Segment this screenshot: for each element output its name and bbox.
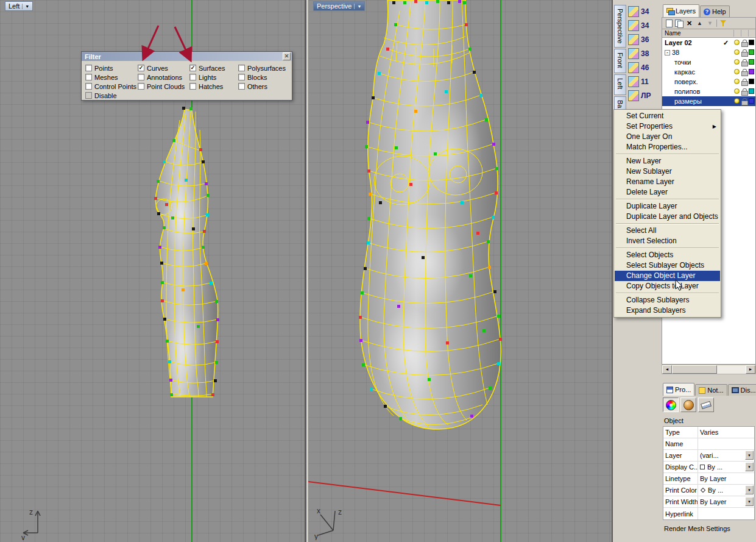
menu-item-copy-objects-to-layer[interactable]: Copy Objects to Layer — [615, 281, 720, 291]
viewport-tab-perspective[interactable]: Perspective — [614, 5, 626, 48]
layer-color-chip[interactable] — [749, 79, 754, 84]
menu-item-change-object-layer[interactable]: Change Object Layer — [615, 271, 720, 281]
print-color-select[interactable]: By ... ▼ — [698, 485, 754, 496]
layer-select[interactable]: (vari... ▼ — [698, 450, 754, 461]
lock-icon[interactable] — [741, 40, 747, 46]
print-width-select[interactable]: By Layer ▼ — [698, 496, 754, 507]
viewport-tab-left[interactable]: Left — [614, 74, 626, 95]
side-toolbar-button-4[interactable]: 38 — [628, 47, 660, 60]
menu-item-invert-selection[interactable]: Invert Selection — [615, 236, 720, 246]
hyperlink-field[interactable] — [698, 508, 754, 519]
close-icon[interactable]: ✕ — [283, 52, 291, 60]
linetype-select[interactable]: By Layer — [698, 473, 754, 484]
scroll-left-icon[interactable]: ◄ — [662, 365, 672, 374]
menu-item-new-sublayer[interactable]: New Sublayer — [615, 166, 720, 177]
new-sublayer-icon[interactable] — [674, 19, 684, 27]
layer-color-chip[interactable] — [749, 40, 754, 45]
lock-icon[interactable] — [741, 98, 747, 105]
dropdown-arrow-icon[interactable]: ▼ — [745, 497, 754, 506]
delete-layer-icon[interactable]: ✕ — [685, 19, 694, 27]
lock-icon[interactable] — [741, 79, 747, 85]
filter-checkbox-others[interactable]: Others — [238, 82, 288, 91]
filter-checkbox-blocks[interactable]: Blocks — [238, 73, 288, 82]
lock-icon[interactable] — [741, 49, 747, 56]
torso-model-left-view[interactable] — [148, 105, 239, 405]
menu-item-new-layer[interactable]: New Layer — [615, 156, 720, 166]
tab-display[interactable]: Dis... — [728, 384, 756, 396]
object-properties-button[interactable] — [663, 398, 679, 412]
menu-item-match-properties[interactable]: Match Properties... — [615, 142, 720, 152]
visibility-bulb-icon[interactable] — [734, 59, 740, 65]
side-toolbar-button-1[interactable]: 34 — [628, 5, 660, 18]
filter-checkbox-annotations[interactable]: Annotations — [138, 73, 189, 82]
collapse-expander-icon[interactable]: - — [665, 50, 670, 55]
layer-row-razmery-selected[interactable]: размеры — [662, 96, 755, 106]
side-toolbar-button-5[interactable]: 46 — [628, 61, 660, 74]
scrollbar-thumb[interactable] — [672, 365, 717, 374]
layer-row-karkas[interactable]: каркас — [662, 67, 755, 77]
side-toolbar-button-3[interactable]: 36 — [628, 33, 660, 46]
layer-color-chip[interactable] — [749, 69, 754, 74]
torso-model-perspective[interactable] — [336, 0, 537, 436]
viewport-perspective-title-tab[interactable]: Perspective ▼ — [313, 1, 365, 11]
viewport-menu-arrow-icon[interactable]: ▼ — [22, 4, 29, 9]
tab-properties[interactable]: Pro... — [663, 383, 694, 396]
tab-notes[interactable]: Not... — [695, 384, 727, 396]
layer-row-38[interactable]: - 38 — [662, 48, 755, 57]
visibility-bulb-icon[interactable] — [734, 49, 740, 55]
filter-checkbox-disable[interactable]: Disable — [85, 91, 288, 100]
texture-mapping-button[interactable] — [698, 398, 714, 412]
material-button[interactable] — [680, 398, 696, 412]
new-layer-icon[interactable] — [664, 19, 673, 27]
name-field[interactable] — [698, 438, 754, 449]
filter-checkbox-lights[interactable]: Lights — [189, 73, 238, 82]
menu-item-select-objects[interactable]: Select Objects — [615, 250, 720, 260]
filter-checkbox-point-clouds[interactable]: Point Clouds — [138, 82, 189, 91]
visibility-bulb-icon[interactable] — [734, 98, 740, 104]
layers-horizontal-scrollbar[interactable]: ◄ ► — [662, 365, 756, 374]
layer-color-chip[interactable] — [749, 98, 754, 104]
menu-item-duplicate-layer-and-objects[interactable]: Duplicate Layer and Objects — [615, 212, 720, 222]
dropdown-arrow-icon[interactable]: ▼ — [745, 485, 754, 494]
dropdown-arrow-icon[interactable]: ▼ — [745, 451, 754, 460]
side-toolbar-button-2[interactable]: 34 — [628, 19, 660, 32]
tab-layers[interactable]: Layers — [663, 4, 699, 17]
filter-checkbox-hatches[interactable]: Hatches — [189, 82, 238, 91]
filter-funnel-icon[interactable] — [719, 19, 728, 27]
menu-item-delete-layer[interactable]: Delete Layer — [615, 187, 720, 198]
lock-icon[interactable] — [741, 59, 747, 66]
viewport-perspective[interactable]: Perspective ▼ x z y — [308, 0, 613, 542]
filter-checkbox-polysurfaces[interactable]: Polysurfaces — [238, 63, 288, 73]
viewport-tab-front[interactable]: Front — [614, 49, 626, 73]
lock-icon[interactable] — [741, 69, 747, 76]
menu-item-one-layer-on[interactable]: One Layer On — [615, 132, 720, 142]
menu-item-set-current[interactable]: Set Current — [615, 111, 720, 121]
filter-checkbox-meshes[interactable]: Meshes — [85, 73, 138, 82]
menu-item-set-properties[interactable]: Set Properties ▶ — [615, 121, 720, 132]
move-up-icon[interactable]: ▲ — [695, 19, 704, 27]
lock-icon[interactable] — [741, 88, 747, 95]
layer-color-chip[interactable] — [749, 49, 754, 55]
render-mesh-settings-header[interactable]: Render Mesh Settings — [662, 520, 756, 533]
layer-row-poverh[interactable]: поверх. — [662, 77, 755, 87]
viewport-left-title-tab[interactable]: Left ▼ — [5, 1, 33, 11]
visibility-bulb-icon[interactable] — [734, 79, 740, 84]
move-down-icon[interactable]: ▼ — [705, 19, 715, 27]
layer-color-chip[interactable] — [749, 88, 754, 94]
menu-item-duplicate-layer[interactable]: Duplicate Layer — [615, 201, 720, 212]
tab-help[interactable]: ? Help — [700, 5, 730, 17]
visibility-bulb-icon[interactable] — [734, 88, 740, 94]
layer-row-layer-02[interactable]: Layer 02 ✓ — [662, 38, 755, 48]
layers-column-header[interactable]: Name — [662, 29, 756, 38]
layer-row-tochki[interactable]: точки — [662, 57, 755, 67]
side-toolbar-button-7[interactable]: ЛР — [628, 89, 660, 102]
display-color-select[interactable]: By ... ▼ — [698, 462, 754, 472]
menu-item-rename-layer[interactable]: Rename Layer — [615, 177, 720, 187]
visibility-bulb-icon[interactable] — [734, 69, 740, 74]
menu-item-collapse-sublayers[interactable]: Collapse Sublayers — [615, 295, 720, 305]
layer-color-chip[interactable] — [749, 59, 754, 65]
visibility-bulb-icon[interactable] — [734, 40, 740, 45]
menu-item-expand-sublayers[interactable]: Expand Sublayers — [615, 305, 720, 316]
layer-row-polipov[interactable]: полипов — [662, 87, 755, 96]
dropdown-arrow-icon[interactable]: ▼ — [745, 462, 754, 471]
